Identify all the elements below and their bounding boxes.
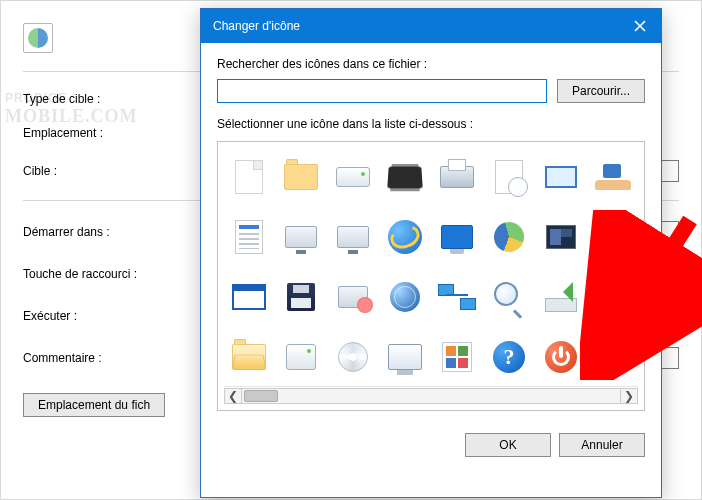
network-drive-icon <box>337 226 369 248</box>
icon-grid: ✕ ? <box>224 148 638 382</box>
cd-icon <box>338 342 368 372</box>
document-icon <box>235 220 263 254</box>
icon-path-input[interactable] <box>217 79 547 103</box>
scroll-thumb[interactable] <box>244 390 278 402</box>
cancel-button[interactable]: Annuler <box>559 433 645 457</box>
network-drive-icon <box>285 226 317 248</box>
shortcut-key-label: Touche de raccourci : <box>23 267 203 281</box>
folder-icon <box>284 164 318 190</box>
list-label: Sélectionner une icône dans la liste ci-… <box>217 117 645 131</box>
icon-hand-share[interactable] <box>588 148 638 206</box>
icon-ie-globe[interactable] <box>380 208 430 266</box>
icon-computer-monitor[interactable] <box>380 328 430 382</box>
drive-icon <box>286 344 316 370</box>
icon-floppy[interactable] <box>276 268 326 326</box>
chip-icon <box>387 167 423 189</box>
scroll-left-button[interactable]: ❮ <box>224 388 242 404</box>
network-icon <box>438 284 476 310</box>
icon-folder-open[interactable] <box>224 328 274 382</box>
file-icon <box>235 160 263 194</box>
icon-printer[interactable] <box>432 148 482 206</box>
icon-harddisk[interactable] <box>328 148 378 206</box>
icon-empty[interactable] <box>588 268 638 326</box>
programs-icon <box>442 342 472 372</box>
open-file-location-button[interactable]: Emplacement du fich <box>23 393 165 417</box>
icon-doc-rtf[interactable] <box>224 208 274 266</box>
run-label: Exécuter : <box>23 309 203 323</box>
dialog-titlebar: Changer d'icône <box>201 9 661 43</box>
dialog-footer: OK Annuler <box>201 421 661 469</box>
search-icon <box>494 282 524 312</box>
icon-file-clock[interactable] <box>484 148 534 206</box>
horizontal-scrollbar[interactable]: ❮ ❯ <box>224 386 638 404</box>
recycle-bin-icon <box>599 342 627 372</box>
icon-tiles[interactable] <box>432 328 482 382</box>
chart-icon <box>491 219 528 256</box>
icon-help[interactable]: ? <box>484 328 534 382</box>
window-icon <box>545 166 577 188</box>
icon-control-panel-shortcut[interactable] <box>588 208 638 266</box>
computer-icon <box>441 225 473 249</box>
icon-drive-disconnected[interactable]: ✕ <box>328 268 378 326</box>
internet-icon <box>388 220 422 254</box>
icon-magnifier[interactable] <box>484 268 534 326</box>
power-icon <box>545 341 577 373</box>
icon-power[interactable] <box>536 328 586 382</box>
target-label: Cible : <box>23 164 203 178</box>
icon-run-arrow[interactable] <box>536 268 586 326</box>
path-label: Rechercher des icônes dans ce fichier : <box>217 57 645 71</box>
change-icon-dialog: Changer d'icône Rechercher des icônes da… <box>200 8 662 498</box>
close-button[interactable] <box>619 9 661 43</box>
monitor-icon <box>388 344 422 370</box>
icon-recycle-bin[interactable] <box>588 328 638 382</box>
icon-globe[interactable] <box>380 268 430 326</box>
icon-folder-closed[interactable] <box>276 148 326 206</box>
blank-icon <box>593 277 633 317</box>
printer-icon <box>440 166 474 188</box>
icon-harddisk-box[interactable] <box>276 328 326 382</box>
control-panel-icon <box>598 225 628 249</box>
floppy-icon <box>287 283 315 311</box>
run-icon <box>545 282 577 312</box>
control-panel-icon <box>546 225 576 249</box>
icon-drive-net-1[interactable] <box>276 208 326 266</box>
hdd-icon <box>336 167 370 187</box>
icon-window-mini[interactable] <box>536 148 586 206</box>
icon-computer[interactable] <box>432 208 482 266</box>
globe-icon <box>390 282 420 312</box>
icon-optical-disc[interactable] <box>328 328 378 382</box>
icon-drive-net-2[interactable] <box>328 208 378 266</box>
ok-button[interactable]: OK <box>465 433 551 457</box>
icon-pie-chart[interactable] <box>484 208 534 266</box>
shortcut-badge-icon <box>617 224 629 236</box>
dialog-title: Changer d'icône <box>213 19 619 33</box>
icon-chip[interactable] <box>380 148 430 206</box>
icon-list-box: ✕ ? ❮ ❯ <box>217 141 645 411</box>
shortcut-icon-preview <box>23 23 53 53</box>
drive-error-icon: ✕ <box>338 286 368 308</box>
icon-control-panel[interactable] <box>536 208 586 266</box>
icon-network[interactable] <box>432 268 482 326</box>
recent-icon <box>495 160 523 194</box>
folder-open-icon <box>232 344 266 370</box>
browse-button[interactable]: Parcourir... <box>557 79 645 103</box>
icon-blank-file[interactable] <box>224 148 274 206</box>
location-label: Emplacement : <box>23 126 203 140</box>
scroll-track[interactable] <box>242 388 620 404</box>
window-frame-icon <box>232 284 266 310</box>
comment-label: Commentaire : <box>23 351 203 365</box>
start-in-label: Démarrer dans : <box>23 225 203 239</box>
target-type-label: Type de cible : <box>23 92 203 106</box>
help-icon: ? <box>493 341 525 373</box>
share-icon <box>595 164 631 190</box>
scroll-right-button[interactable]: ❯ <box>620 388 638 404</box>
icon-window-frame[interactable] <box>224 268 274 326</box>
close-icon <box>634 20 646 32</box>
